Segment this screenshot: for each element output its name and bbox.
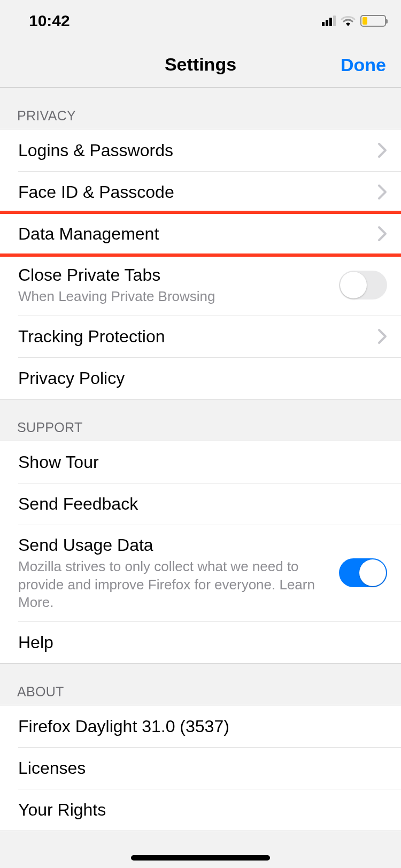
row-sublabel: When Leaving Private Browsing — [18, 288, 328, 306]
status-icons — [322, 15, 386, 27]
row-label: Show Tour — [18, 451, 376, 473]
row-send-usage-data[interactable]: Send Usage Data Mozilla strives to only … — [0, 525, 401, 621]
home-indicator — [131, 855, 270, 861]
row-faceid-passcode[interactable]: Face ID & Passcode — [0, 171, 401, 213]
cellular-signal-icon — [322, 16, 336, 26]
row-close-private-tabs[interactable]: Close Private Tabs When Leaving Private … — [0, 255, 401, 316]
row-label: Privacy Policy — [18, 367, 376, 389]
battery-icon — [360, 15, 386, 27]
row-privacy-policy[interactable]: Privacy Policy — [0, 357, 401, 399]
chevron-right-icon — [377, 142, 387, 158]
row-label: Tracking Protection — [18, 326, 367, 347]
page-title: Settings — [165, 54, 236, 75]
row-show-tour[interactable]: Show Tour — [0, 441, 401, 483]
row-send-feedback[interactable]: Send Feedback — [0, 483, 401, 525]
row-label: Send Feedback — [18, 493, 376, 514]
row-label: Close Private Tabs — [18, 264, 328, 286]
row-label: Firefox Daylight 31.0 (3537) — [18, 716, 376, 737]
list-group-privacy: Logins & Passwords Face ID & Passcode Da… — [0, 129, 401, 400]
section-header-support: Support — [0, 400, 401, 441]
row-label: Face ID & Passcode — [18, 181, 367, 203]
list-group-support: Show Tour Send Feedback Send Usage Data … — [0, 441, 401, 664]
row-licenses[interactable]: Licenses — [0, 747, 401, 789]
status-time: 10:42 — [29, 12, 70, 30]
row-label: Help — [18, 632, 376, 653]
row-tracking-protection[interactable]: Tracking Protection — [0, 316, 401, 357]
row-data-management[interactable]: Data Management — [0, 213, 401, 255]
wifi-icon — [340, 15, 356, 27]
chevron-right-icon — [377, 184, 387, 200]
chevron-right-icon — [377, 328, 387, 344]
row-label: Data Management — [18, 223, 367, 244]
row-label: Send Usage Data — [18, 534, 328, 556]
chevron-right-icon — [377, 226, 387, 242]
row-label: Logins & Passwords — [18, 140, 367, 161]
row-help[interactable]: Help — [0, 621, 401, 663]
row-label: Licenses — [18, 757, 376, 779]
nav-bar: Settings Done — [0, 42, 401, 88]
row-logins-passwords[interactable]: Logins & Passwords — [0, 129, 401, 171]
row-label: Your Rights — [18, 799, 376, 820]
section-header-about: About — [0, 664, 401, 705]
toggle-send-usage-data[interactable] — [339, 558, 387, 587]
done-button[interactable]: Done — [341, 54, 386, 75]
row-version[interactable]: Firefox Daylight 31.0 (3537) — [0, 705, 401, 747]
row-sublabel: Mozilla strives to only collect what we … — [18, 558, 328, 612]
list-group-about: Firefox Daylight 31.0 (3537) Licenses Yo… — [0, 705, 401, 831]
section-header-privacy: Privacy — [0, 88, 401, 129]
status-bar: 10:42 — [0, 0, 401, 42]
row-your-rights[interactable]: Your Rights — [0, 789, 401, 831]
toggle-close-private-tabs[interactable] — [339, 271, 387, 299]
